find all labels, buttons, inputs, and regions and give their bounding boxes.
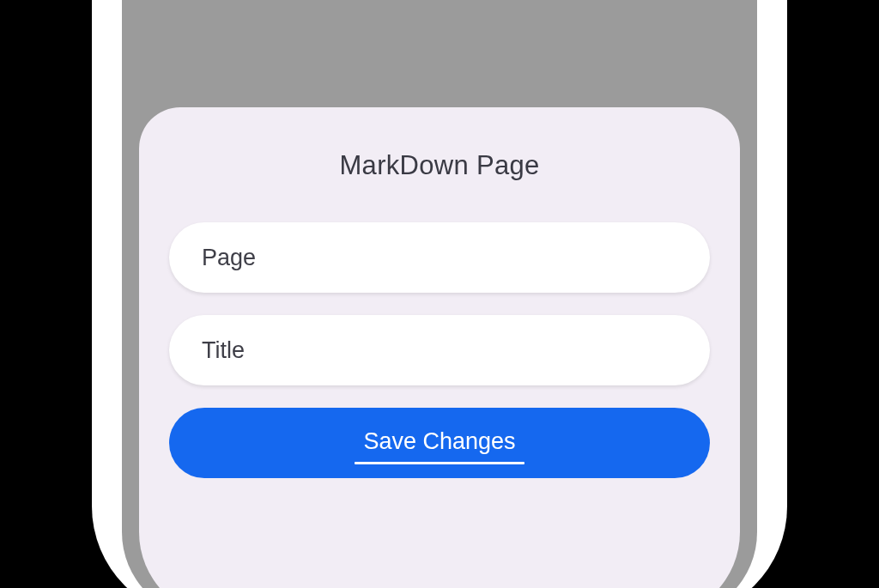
phone-screen: MarkDown Page Save Changes <box>122 0 757 588</box>
save-button[interactable]: Save Changes <box>169 408 710 478</box>
phone-frame: MarkDown Page Save Changes <box>92 0 787 588</box>
modal-panel: MarkDown Page Save Changes <box>139 107 740 588</box>
save-button-label: Save Changes <box>363 428 515 458</box>
title-input[interactable] <box>169 315 710 385</box>
modal-title: MarkDown Page <box>169 150 710 181</box>
page-input[interactable] <box>169 222 710 293</box>
